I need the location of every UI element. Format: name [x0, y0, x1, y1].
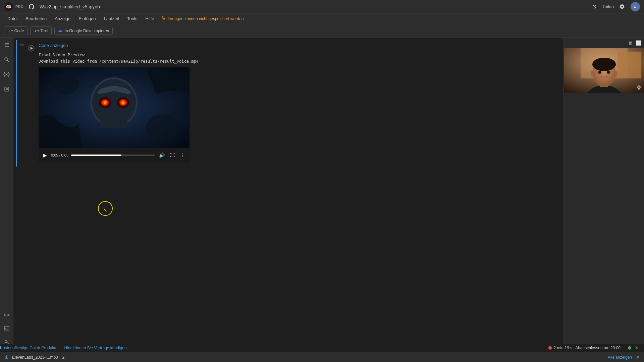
- svg-rect-16: [101, 118, 127, 128]
- svg-rect-4: [5, 87, 9, 91]
- status-separator: -: [60, 346, 61, 350]
- runtime-dot: [548, 346, 552, 350]
- svg-point-26: [104, 102, 106, 104]
- connected-dot: [628, 346, 631, 350]
- webcam-panel: 🗑 ⬜: [564, 38, 644, 352]
- output-text: Final Video Preview Download this video …: [39, 52, 561, 65]
- webcam-expand-icon[interactable]: ⬜: [636, 40, 641, 46]
- svg-point-2: [5, 58, 7, 60]
- runtime-status: 2 min 19 s Abgeschlossen um 23:00 ✕: [548, 345, 644, 351]
- svg-rect-7: [4, 326, 9, 330]
- svg-text:CO: CO: [6, 5, 11, 9]
- menu-hilfe[interactable]: Hilfe: [142, 15, 157, 22]
- cursor-arrow: ↖: [103, 207, 107, 213]
- runtime-timer: 2 min 19 s Abgeschlossen um 23:00: [554, 346, 621, 350]
- video-controls: ▶ 0:05 / 0:05 🔊 ⛶ ⋮: [39, 148, 190, 163]
- add-text-button[interactable]: + + Text: [30, 26, 51, 35]
- share-link-icon[interactable]: [592, 4, 597, 9]
- download-expand-arrow[interactable]: ▲: [61, 355, 65, 360]
- video-progress-fill: [71, 155, 121, 156]
- cell-output: Final Video Preview Download this video …: [39, 51, 561, 164]
- cell-run-button[interactable]: [26, 43, 37, 54]
- download-bar: ElevenLabs_2023-....mp3 ▲ Alle anzeigen …: [0, 352, 644, 362]
- video-progress-bar[interactable]: [71, 155, 155, 156]
- toolbar: + + Code + + Text In Google Drive kopier…: [0, 24, 644, 38]
- sidebar-files-icon[interactable]: [2, 84, 11, 94]
- close-runtime-bar[interactable]: ✕: [635, 345, 639, 351]
- sidebar: ☰ {x} <>: [0, 38, 13, 352]
- svg-point-42: [591, 71, 595, 76]
- unsaved-warning: Änderungen können nicht gespeichert werd…: [161, 16, 244, 21]
- file-title: Wav2Lip_simplified_v5.ipynb: [40, 4, 100, 9]
- svg-point-40: [598, 71, 601, 74]
- video-volume-button[interactable]: 🔊: [158, 152, 166, 159]
- svg-rect-35: [618, 52, 641, 78]
- sidebar-menu-icon[interactable]: ☰: [2, 40, 11, 50]
- sidebar-code-icon[interactable]: <>: [2, 310, 11, 320]
- svg-point-30: [122, 102, 124, 104]
- github-icon: [29, 4, 34, 9]
- svg-point-32: [146, 114, 179, 141]
- menu-datei[interactable]: Datei: [4, 15, 21, 22]
- show-all-button[interactable]: Alle anzeigen: [608, 355, 632, 360]
- sidebar-terminal-icon[interactable]: [2, 324, 11, 333]
- notebook-cell: 3m Code anzeigen Final Video Preview Dow…: [16, 40, 561, 167]
- download-right-controls: Alle anzeigen ✕: [608, 355, 640, 360]
- download-filename: ElevenLabs_2023-....mp3: [12, 355, 58, 360]
- settings-icon[interactable]: [619, 4, 625, 10]
- top-bar: CO PRO Wav2Lip_simplified_v5.ipynb Teile…: [0, 0, 644, 13]
- cell-body: Code anzeigen Final Video Preview Downlo…: [39, 43, 561, 164]
- drive-icon: [58, 28, 63, 33]
- top-right-actions: Teilen a: [592, 2, 640, 11]
- svg-point-31: [52, 74, 79, 94]
- menu-laufzeit[interactable]: Laufzeit: [101, 15, 123, 22]
- save-to-drive-button[interactable]: In Google Drive kopieren: [54, 27, 113, 35]
- colab-products-link[interactable]: Kostenpflichtige Colab-Produkte: [0, 346, 57, 350]
- menu-tools[interactable]: Tools: [124, 15, 141, 22]
- svg-point-41: [607, 71, 610, 74]
- cursor-indicator: [98, 201, 113, 216]
- colab-logo-icon: CO: [4, 2, 13, 11]
- share-button[interactable]: Teilen: [602, 4, 614, 9]
- run-icon: [28, 45, 35, 52]
- close-download-button[interactable]: ✕: [636, 355, 640, 360]
- sidebar-search-icon[interactable]: [2, 55, 11, 64]
- code-toggle-button[interactable]: Code anzeigen: [39, 43, 561, 48]
- webcam-location-icon: [636, 85, 642, 92]
- colab-logo[interactable]: CO PRO: [4, 2, 23, 11]
- video-thumbnail: [39, 67, 190, 148]
- menu-bar: Datei Bearbeiten Anzeige Einfügen Laufze…: [0, 13, 644, 24]
- video-play-button[interactable]: ▶: [42, 152, 48, 159]
- content-area: 3m Code anzeigen Final Video Preview Dow…: [13, 38, 564, 352]
- cancel-contracts-link[interactable]: Hier können Sie Verträge kündigen: [64, 346, 126, 350]
- menu-einfuegen[interactable]: Einfügen: [75, 15, 99, 22]
- svg-line-3: [7, 60, 9, 62]
- user-avatar[interactable]: a: [631, 2, 640, 11]
- add-code-button[interactable]: + + Code: [4, 26, 28, 35]
- video-fullscreen-button[interactable]: ⛶: [169, 152, 176, 159]
- menu-bearbeiten[interactable]: Bearbeiten: [22, 15, 50, 22]
- plus-icon: +: [8, 28, 10, 34]
- cell-runtime-label: 3m: [17, 43, 24, 164]
- terminator-image: [39, 67, 190, 148]
- menu-anzeige[interactable]: Anzeige: [51, 15, 74, 22]
- pro-badge: PRO: [15, 5, 23, 9]
- main-layout: ☰ {x} <> 3m: [0, 38, 644, 352]
- webcam-feed: ...: [564, 48, 644, 93]
- webcam-header: 🗑 ⬜: [564, 38, 644, 48]
- svg-point-39: [592, 58, 616, 71]
- svg-text:...: ...: [599, 89, 601, 93]
- webcam-trash-icon[interactable]: 🗑: [628, 40, 633, 46]
- video-player[interactable]: ▶ 0:05 / 0:05 🔊 ⛶ ⋮: [39, 67, 190, 163]
- download-icon: [4, 355, 9, 360]
- webcam-person: ...: [564, 48, 644, 93]
- status-bar: Kostenpflichtige Colab-Produkte - Hier k…: [0, 344, 644, 352]
- sidebar-bottom: <>: [2, 310, 11, 349]
- video-more-button[interactable]: ⋮: [179, 152, 186, 159]
- plus-icon-text: +: [34, 28, 37, 34]
- video-time: 0:05 / 0:05: [51, 153, 68, 157]
- sidebar-variables-icon[interactable]: {x}: [2, 70, 11, 79]
- svg-point-43: [613, 71, 618, 76]
